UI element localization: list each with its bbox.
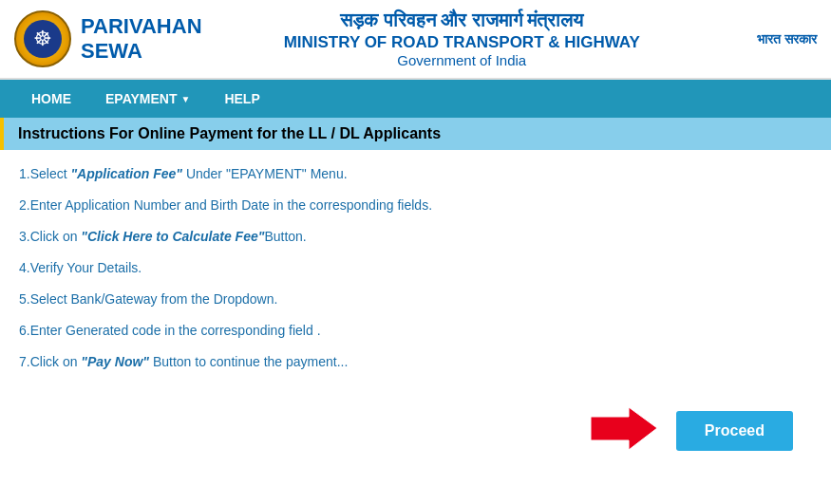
instruction-4: 4.Verify Your Details. — [19, 258, 812, 278]
eng-title: MINISTRY OF ROAD TRANSPORT & HIGHWAY — [202, 33, 722, 52]
instruction-7-bold: "Pay Now" — [81, 354, 149, 369]
logo-area: ☸ PARIVAHAN SEWA — [14, 10, 202, 67]
header-center: सड़क परिवहन और राजमार्ग मंत्रालय MINISTR… — [202, 9, 722, 68]
instruction-1: 1.Select "Application Fee" Under "EPAYME… — [19, 164, 812, 184]
logo-text: PARIVAHAN SEWA — [81, 14, 202, 65]
page-header: ☸ PARIVAHAN SEWA सड़क परिवहन और राजमार्ग… — [0, 0, 831, 80]
instruction-2: 2.Enter Application Number and Birth Dat… — [19, 196, 812, 215]
navbar: HOME EPAYMENT ▼ HELP — [0, 80, 831, 118]
svg-marker-0 — [591, 407, 657, 450]
instruction-7: 7.Click on "Pay Now" Button to continue … — [19, 352, 812, 372]
hindi-title: सड़क परिवहन और राजमार्ग मंत्रालय — [202, 9, 722, 31]
proceed-button[interactable]: Proceed — [676, 411, 793, 451]
nav-epayment[interactable]: EPAYMENT ▼ — [88, 80, 207, 118]
instruction-6: 6.Enter Generated code in the correspond… — [19, 321, 812, 341]
instruction-1-bold: "Application Fee" — [70, 166, 182, 181]
nav-home[interactable]: HOME — [14, 80, 88, 118]
ashoka-wheel-icon: ☸ — [33, 27, 52, 51]
nav-help[interactable]: HELP — [207, 80, 276, 118]
main-content: Instructions For Online Payment for the … — [0, 118, 831, 473]
epayment-dropdown-icon: ▼ — [180, 94, 190, 104]
emblem-logo: ☸ — [14, 10, 71, 67]
instruction-5: 5.Select Bank/Gateway from the Dropdown. — [19, 289, 812, 309]
bharat-sarkar: भारत सरकार — [722, 31, 817, 47]
action-area: Proceed — [0, 398, 831, 473]
instructions-header: Instructions For Online Payment for the … — [0, 118, 831, 150]
instruction-3-bold: "Click Here to Calculate Fee" — [81, 229, 264, 244]
instructions-list: 1.Select "Application Fee" Under "EPAYME… — [0, 150, 831, 398]
parivahan-label: PARIVAHAN — [81, 14, 202, 39]
gov-title: Government of India — [202, 52, 722, 68]
instruction-3: 3.Click on "Click Here to Calculate Fee"… — [19, 227, 812, 247]
sewa-label: SEWA — [81, 39, 202, 64]
proceed-arrow-icon — [591, 407, 657, 454]
